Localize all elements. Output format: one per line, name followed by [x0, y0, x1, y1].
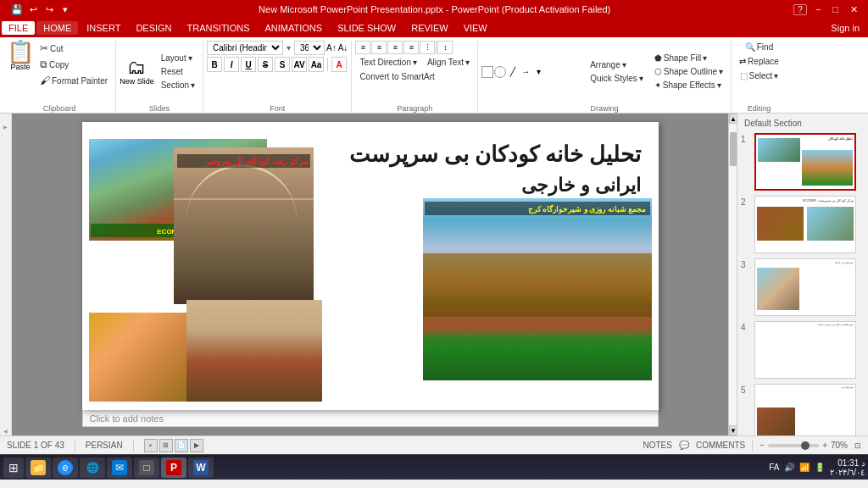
shape-line[interactable]: ╱ [507, 66, 519, 78]
arrange-button[interactable]: Arrange ▾ [586, 58, 648, 71]
format-painter-button[interactable]: 🖌Format Painter [36, 73, 112, 88]
save-icon[interactable]: 💾 [10, 3, 24, 16]
zoom-in-button[interactable]: + [822, 441, 827, 450]
help-button[interactable]: ? [793, 4, 807, 15]
slide-thumb-3[interactable]: 3 متن فارسی اینجا [741, 258, 865, 316]
thumbnail-4[interactable]: متن طولانی فارسی در این اسلاید [754, 321, 856, 379]
zoom-level[interactable]: 70% [831, 441, 848, 450]
normal-view-button[interactable]: ▪ [144, 439, 158, 452]
powerpoint-button[interactable]: P [161, 458, 186, 478]
scroll-up-icon[interactable]: ▲ [2, 125, 9, 131]
notes-bar[interactable]: Click to add notes [82, 410, 659, 427]
reset-button[interactable]: Reset [157, 65, 199, 78]
menu-review[interactable]: REVIEW [404, 21, 454, 35]
menu-transitions[interactable]: TRANSITIONS [181, 21, 257, 35]
shape-outline-button[interactable]: ⬡ Shape Outline ▾ [650, 65, 727, 78]
slideshow-button[interactable]: ▶ [190, 439, 203, 452]
font-size-down-button[interactable]: A↓ [338, 43, 348, 53]
new-slide-button[interactable]: 🗂 New Slide [120, 58, 154, 86]
minimize-button[interactable]: − [812, 4, 824, 14]
spacing-button[interactable]: AV [292, 57, 307, 72]
shadow-button[interactable]: S [275, 57, 290, 72]
slide-editing-area[interactable]: تحلیل خانه کودکان بی سرپرست ایرانی و خار… [12, 114, 728, 435]
find-button[interactable]: 🔍 Find [741, 41, 777, 53]
wifi-icon[interactable]: 📶 [799, 463, 810, 472]
align-text-button[interactable]: Align Text ▾ [423, 56, 474, 69]
start-button[interactable]: ⊞ [3, 458, 24, 478]
menu-file[interactable]: FILE [2, 21, 35, 35]
text-direction-button[interactable]: Text Direction ▾ [355, 56, 421, 69]
comments-button[interactable]: COMMENTS [696, 441, 745, 450]
section-button[interactable]: Section ▾ [157, 79, 199, 92]
quick-styles-button[interactable]: Quick Styles ▾ [586, 72, 648, 85]
zoom-thumb[interactable] [801, 441, 810, 450]
fit-slide-button[interactable]: ⊡ [854, 441, 861, 450]
blank-button[interactable]: □ [134, 458, 159, 478]
file-explorer-button[interactable]: 📁 [25, 458, 51, 478]
copy-button[interactable]: ⧉Copy [36, 57, 112, 72]
select-button[interactable]: ⬚ Select ▾ [736, 69, 783, 82]
align-right-button[interactable]: ≡ [387, 41, 403, 54]
align-center-button[interactable]: ≡ [371, 41, 387, 54]
align-left-button[interactable]: ≡ [355, 41, 370, 54]
quicklaunch-icon[interactable]: ▾ [58, 3, 72, 16]
font-color-button[interactable]: A [331, 57, 347, 72]
font-size-select[interactable]: 36 [294, 41, 325, 55]
paste-button[interactable]: 📋 Paste [7, 41, 34, 71]
convert-smartart-button[interactable]: Convert to SmartArt [355, 70, 438, 83]
shape-more[interactable]: ▾ [532, 66, 544, 78]
justify-button[interactable]: ≡ [403, 41, 419, 54]
columns-button[interactable]: ⋮ [420, 41, 435, 54]
replace-button[interactable]: ⇄ Replace [735, 55, 783, 68]
line-spacing-button[interactable]: ↕ [437, 41, 453, 54]
strikethrough-button[interactable]: S [258, 57, 273, 72]
thumbnail-2[interactable]: مرکز کودکان بی سرپرست ECONEF [754, 196, 856, 253]
slide-canvas[interactable]: تحلیل خانه کودکان بی سرپرست ایرانی و خار… [82, 122, 659, 410]
slide-thumb-4[interactable]: 4 متن طولانی فارسی در این اسلاید [741, 321, 865, 379]
mail-button[interactable]: ✉ [107, 458, 132, 478]
chrome-button[interactable]: 🌐 [80, 458, 105, 478]
font-family-select[interactable]: Calibri (Headings) [207, 41, 283, 55]
menu-design[interactable]: DESIGN [129, 21, 178, 35]
menu-insert[interactable]: INSERT [80, 21, 127, 35]
battery-icon[interactable]: 🔋 [815, 463, 825, 472]
scroll-down-icon[interactable]: ▼ [2, 429, 9, 435]
signin-link[interactable]: Sign in [831, 23, 866, 33]
thumbnail-5[interactable]: متن فارسی [754, 384, 856, 435]
menu-view[interactable]: VIEW [457, 21, 494, 35]
slide-thumb-5[interactable]: 5 متن فارسی [741, 384, 865, 435]
shape-fill-button[interactable]: ⬟ Shape Fill ▾ [650, 52, 727, 64]
zoom-track[interactable] [768, 444, 819, 447]
ie-button[interactable]: e [53, 458, 78, 478]
italic-button[interactable]: I [224, 57, 239, 72]
shape-rect[interactable] [481, 66, 493, 78]
notes-button[interactable]: NOTES [643, 441, 672, 450]
maximize-button[interactable]: □ [829, 4, 842, 14]
close-button[interactable]: ✕ [847, 4, 861, 15]
font-size-up-button[interactable]: A↑ [326, 43, 337, 53]
cut-button[interactable]: ✂Cut [36, 41, 112, 56]
slide-sorter-button[interactable]: ⊞ [159, 439, 173, 452]
undo-icon[interactable]: ↩ [26, 3, 40, 16]
slide-thumb-2[interactable]: 2 مرکز کودکان بی سرپرست ECONEF [741, 196, 865, 253]
slide-thumb-1[interactable]: 1 تحلیل خانه کودکان [741, 133, 865, 191]
layout-button[interactable]: Layout ▾ [157, 52, 199, 64]
volume-icon[interactable]: 🔊 [784, 463, 794, 472]
shape-arrow[interactable]: → [520, 66, 531, 78]
thumbnail-3[interactable]: متن فارسی اینجا [754, 258, 856, 316]
word-button[interactable]: W [188, 458, 214, 478]
reading-view-button[interactable]: 📄 [175, 439, 188, 452]
thumbnail-1[interactable]: تحلیل خانه کودکان [754, 133, 856, 191]
menu-home[interactable]: HOME [36, 21, 78, 35]
case-button[interactable]: Aa [309, 57, 324, 72]
underline-button[interactable]: U [241, 57, 256, 72]
redo-icon[interactable]: ↪ [42, 3, 56, 16]
menu-slideshow[interactable]: SLIDE SHOW [331, 21, 403, 35]
vertical-scrollbar[interactable]: ▲ ▼ [728, 114, 737, 435]
scroll-thumb[interactable] [730, 132, 737, 166]
scroll-track[interactable] [729, 124, 737, 425]
zoom-out-button[interactable]: − [760, 441, 765, 450]
menu-animations[interactable]: ANIMATIONS [259, 21, 330, 35]
shape-effects-button[interactable]: ✦ Shape Effects ▾ [650, 79, 727, 92]
bold-button[interactable]: B [207, 57, 222, 72]
